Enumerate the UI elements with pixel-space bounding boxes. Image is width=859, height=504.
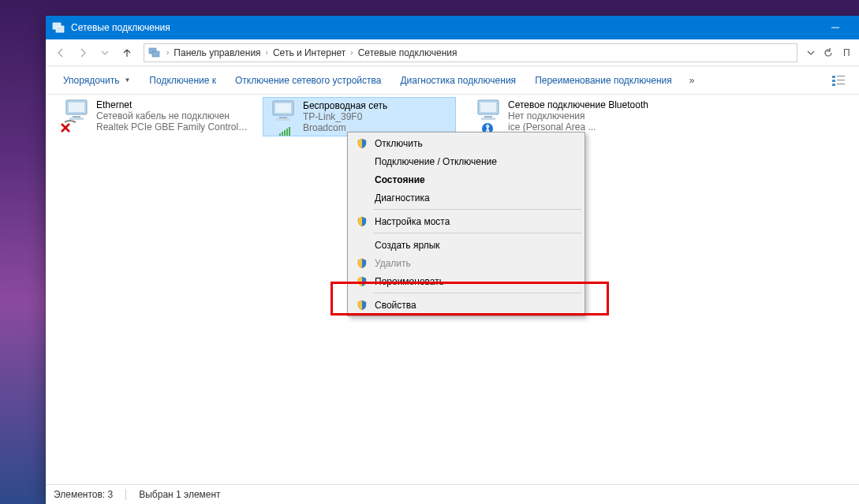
svg-rect-9 (832, 84, 835, 86)
chevron-right-icon[interactable]: › (165, 48, 170, 57)
menu-delete[interactable]: Удалить (349, 254, 583, 272)
connection-wifi[interactable]: Беспроводная сеть TP-Link_39F0 Broadcom (263, 97, 456, 136)
disable-device-button[interactable]: Отключение сетевого устройства (227, 72, 389, 89)
menu-separator (373, 209, 581, 210)
svg-rect-5 (832, 76, 835, 78)
shield-icon (353, 138, 372, 149)
crumb-network-internet[interactable]: Сеть и Интернет (270, 47, 349, 58)
svg-rect-24 (481, 118, 495, 120)
crumb-control-panel[interactable]: Панель управления (170, 47, 263, 58)
shield-icon (353, 258, 372, 269)
svg-rect-7 (832, 80, 835, 82)
refresh-button[interactable] (821, 44, 835, 62)
status-separator (125, 489, 126, 500)
organize-button[interactable]: Упорядочить▼ (55, 72, 138, 89)
menu-status[interactable]: Состояние (349, 170, 583, 189)
svg-rect-18 (275, 103, 291, 113)
network-connections-window: Сетевые подключения › Панель управления … (46, 16, 859, 504)
menu-properties[interactable]: Свойства (349, 296, 583, 314)
app-icon (52, 21, 65, 34)
shield-icon (353, 300, 372, 311)
back-button[interactable] (50, 43, 71, 63)
svg-rect-8 (837, 80, 845, 80)
svg-rect-14 (69, 118, 84, 120)
location-icon (148, 46, 162, 60)
menu-connect-disconnect[interactable]: Подключение / Отключение (349, 152, 583, 170)
connect-to-button[interactable]: Подключение к (141, 72, 224, 89)
status-selected-count: Выбран 1 элемент (139, 489, 220, 500)
connection-status: Нет подключения (508, 110, 672, 121)
svg-rect-19 (279, 117, 287, 118)
connection-name: Ethernet (96, 99, 248, 110)
diagnose-button[interactable]: Диагностика подключения (392, 72, 524, 89)
chevron-right-icon[interactable]: › (349, 48, 354, 57)
connection-device: Realtek PCIe GBE Family Controller (96, 121, 248, 133)
status-item-count: Элементов: 3 (54, 489, 113, 500)
menu-shortcut[interactable]: Создать ярлык (349, 236, 583, 254)
address-bar[interactable]: › Панель управления › Сеть и Интернет › … (144, 43, 797, 62)
crumb-network-connections[interactable]: Сетевые подключения (355, 47, 461, 58)
ethernet-icon (58, 99, 96, 133)
recent-button[interactable] (95, 43, 115, 63)
chevron-down-icon: ▼ (124, 77, 130, 84)
menu-rename[interactable]: Переименовать (349, 272, 583, 290)
signal-bars-icon (279, 126, 290, 136)
titlebar: Сетевые подключения (46, 16, 859, 39)
address-dropdown-button[interactable] (804, 44, 818, 62)
menu-disable[interactable]: Отключить (349, 134, 583, 152)
view-options-button[interactable] (827, 69, 850, 91)
svg-rect-6 (837, 76, 845, 77)
rename-button[interactable]: Переименование подключения (527, 72, 680, 89)
connections-pane[interactable]: Ethernet Сетевой кабель не подключен Rea… (46, 95, 859, 484)
svg-rect-12 (69, 103, 84, 112)
connection-device: ice (Personal Area ... (508, 121, 672, 133)
menu-separator (373, 293, 581, 293)
menu-diagnose[interactable]: Диагностика (349, 189, 583, 207)
connection-name: Беспроводная сеть (303, 100, 454, 111)
wifi-icon (265, 99, 303, 134)
connection-ethernet[interactable]: Ethernet Сетевой кабель не подключен Rea… (57, 97, 250, 136)
svg-rect-10 (837, 84, 845, 84)
navigation-bar: › Панель управления › Сеть и Интернет › … (46, 39, 859, 66)
window-title: Сетевые подключения (71, 22, 817, 33)
svg-rect-20 (276, 118, 290, 121)
status-bar: Элементов: 3 Выбран 1 элемент (46, 484, 859, 504)
shield-icon (353, 276, 372, 287)
search-box[interactable]: П (840, 47, 854, 58)
connection-status: TP-Link_39F0 (303, 111, 454, 122)
command-toolbar: Упорядочить▼ Подключение к Отключение се… (46, 66, 859, 95)
svg-rect-23 (484, 116, 492, 118)
svg-rect-13 (73, 116, 80, 118)
menu-bridge[interactable]: Настройка моста (349, 212, 583, 230)
toolbar-overflow-button[interactable]: » (683, 75, 701, 86)
connection-name: Сетевое подключение Bluetooth (508, 99, 672, 110)
forward-button[interactable] (73, 43, 93, 63)
bluetooth-icon (470, 99, 508, 133)
up-button[interactable] (117, 43, 137, 63)
context-menu: Отключить Подключение / Отключение Состо… (347, 132, 585, 316)
svg-rect-4 (152, 51, 159, 57)
disconnected-overlay-icon (60, 122, 71, 133)
minimize-button[interactable] (817, 16, 853, 39)
address-end-controls (804, 44, 838, 62)
svg-rect-22 (480, 103, 496, 112)
svg-rect-1 (56, 26, 64, 32)
connection-status: Сетевой кабель не подключен (96, 110, 248, 121)
menu-separator (373, 233, 581, 233)
chevron-right-icon[interactable]: › (264, 48, 270, 57)
shield-icon (353, 216, 372, 227)
connection-bluetooth[interactable]: Сетевое подключение Bluetooth Нет подклю… (469, 97, 674, 136)
